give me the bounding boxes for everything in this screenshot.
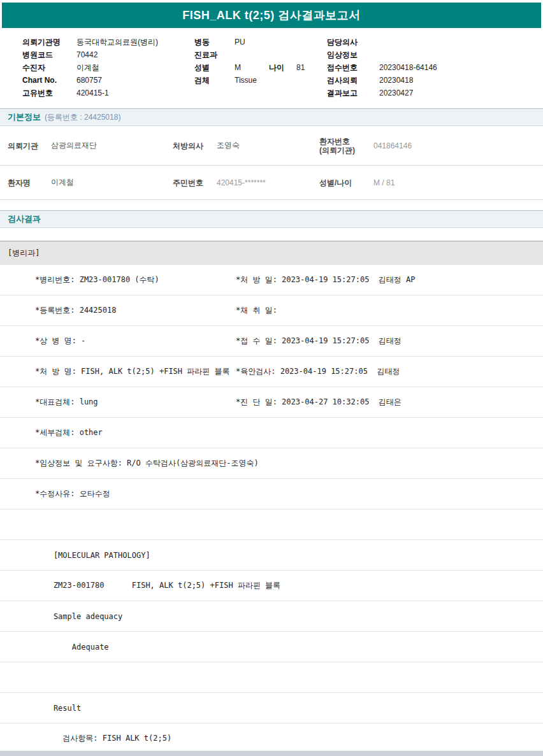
- field-label: 수진자: [22, 62, 76, 73]
- section-subtitle: (등록번호 : 24425018): [45, 112, 120, 123]
- field-value: 420415-1: [76, 89, 109, 97]
- field-label: 임상정보: [327, 50, 379, 61]
- field-label: 진료과: [194, 50, 235, 61]
- department-bar: [병리과]: [0, 241, 543, 265]
- result-row: Adequate: [0, 632, 543, 662]
- field-value: 420415-*******: [217, 178, 266, 187]
- result-right-text: *채 취 일:: [236, 305, 277, 316]
- header-row: 검체Tissue: [194, 74, 305, 87]
- field-label: 성별/나이: [319, 178, 373, 187]
- result-left-text: [MOLECULAR PATHOLOGY]: [35, 551, 236, 560]
- field-label: 의뢰기관명: [22, 37, 76, 48]
- field-label: 결과보고: [327, 88, 379, 99]
- report-title-banner: FISH_ALK t(2;5) 검사결과보고서: [2, 3, 541, 28]
- field-value: M / 81: [373, 178, 395, 187]
- result-right-text: *처 방 일: 2023-04-19 15:27:05 김태정 AP: [236, 275, 416, 285]
- header-row: 담당의사: [327, 36, 437, 48]
- result-right-text: *접 수 일: 2023-04-19 15:27:05 김태정: [236, 336, 402, 346]
- result-left-text: 검사항목: FISH ALK t(2;5): [35, 733, 236, 744]
- result-left-text: *등록번호: 24425018: [35, 305, 236, 316]
- horizontal-scrollbar[interactable]: [0, 751, 543, 756]
- cell-patient-number: 환자번호 (의뢰기관)041864146: [319, 137, 543, 155]
- result-row: *등록번호: 24425018*채 취 일:: [0, 296, 543, 326]
- header-column-left: 의뢰기관명동국대학교의료원(병리) 병원코드70442 수진자이계철 Chart…: [22, 36, 158, 99]
- field-label: 환자명: [8, 178, 51, 187]
- header-row: 병원코드70442: [22, 48, 158, 61]
- department-label: [병리과]: [8, 248, 40, 259]
- result-right-text: *육안검사: 2023-04-19 15:27:05 김태정: [236, 366, 400, 377]
- field-value: 20230418-64146: [379, 63, 437, 72]
- report-title: FISH_ALK t(2;5) 검사결과보고서: [182, 8, 361, 23]
- field-value: 이계철: [76, 62, 99, 73]
- result-rows: *병리번호: ZM23-001780 (수탁)*처 방 일: 2023-04-1…: [0, 265, 543, 754]
- result-row: *병리번호: ZM23-001780 (수탁)*처 방 일: 2023-04-1…: [0, 265, 543, 296]
- header-row: 의뢰기관명동국대학교의료원(병리): [22, 36, 158, 48]
- result-right-text: *진 단 일: 2023-04-27 10:32:05 김태은: [236, 397, 402, 408]
- field-label: 처방의사: [173, 141, 217, 150]
- header-column-right: 담당의사 임상정보 접수번호20230418-64146 검사의뢰2023041…: [327, 36, 437, 99]
- result-row: Sample adequacy: [0, 601, 543, 632]
- cell-prescribing-doctor: 처방의사조영숙: [173, 140, 319, 151]
- section-title: 검사결과: [8, 213, 41, 225]
- result-left-text: ZM23-001780 FISH, ALK t(2;5) +FISH 파라핀 블…: [35, 580, 236, 591]
- field-label: 병원코드: [22, 50, 76, 61]
- result-row: *상 병 명: -*접 수 일: 2023-04-19 15:27:05 김태정: [0, 326, 543, 357]
- result-row: [0, 510, 543, 540]
- section-title: 기본정보: [8, 111, 41, 123]
- result-left-text: *수정사유: 오타수정: [35, 489, 236, 499]
- header-row: 접수번호20230418-64146: [327, 61, 437, 74]
- result-row: *임상정보 및 요구사항: R/O 수탁검사(삼광의료재단-조영숙): [0, 448, 543, 479]
- sex-value: M: [235, 63, 269, 72]
- result-left-text: *병리번호: ZM23-001780 (수탁): [35, 275, 236, 285]
- field-value: 동국대학교의료원(병리): [76, 37, 158, 48]
- result-row: *수정사유: 오타수정: [0, 479, 543, 510]
- result-left-text: *상 병 명: -: [35, 336, 236, 346]
- field-label: 검체: [194, 75, 235, 86]
- patient-header: 의뢰기관명동국대학교의료원(병리) 병원코드70442 수진자이계철 Chart…: [0, 28, 543, 108]
- basic-info-table: 의뢰기관삼광의료재단 처방의사조영숙 환자번호 (의뢰기관)041864146 …: [0, 126, 543, 200]
- field-label: 환자번호 (의뢰기관): [319, 137, 373, 155]
- field-label: 담당의사: [327, 37, 379, 48]
- result-row: *처 방 명: FISH, ALK t(2;5) +FISH 파라핀 블록*육안…: [0, 357, 543, 387]
- table-row: 의뢰기관삼광의료재단 처방의사조영숙 환자번호 (의뢰기관)041864146: [0, 126, 543, 166]
- header-row: 병동PU: [194, 36, 305, 48]
- field-label: 의뢰기관: [8, 141, 51, 150]
- result-row: *대표검체: lung*진 단 일: 2023-04-27 10:32:05 김…: [0, 387, 543, 418]
- result-left-text: *세부검체: other: [35, 427, 236, 438]
- field-value: 조영숙: [217, 140, 240, 151]
- cell-sex-age: 성별/나이M / 81: [319, 178, 543, 187]
- result-row: [0, 662, 543, 693]
- section-basic-info: 기본정보 (등록번호 : 24425018): [0, 108, 543, 126]
- field-label: 접수번호: [327, 62, 379, 73]
- field-value: 70442: [76, 50, 98, 59]
- result-row: ZM23-001780 FISH, ALK t(2;5) +FISH 파라핀 블…: [0, 571, 543, 601]
- field-value: 041864146: [373, 141, 412, 150]
- field-label: 병동: [194, 37, 235, 48]
- field-value: Tissue: [235, 76, 257, 85]
- field-value: 680757: [76, 76, 102, 85]
- header-row-sex-age: 성별M나이81: [194, 61, 305, 74]
- result-row: [MOLECULAR PATHOLOGY]: [0, 540, 543, 571]
- header-row: Chart No.680757: [22, 74, 158, 87]
- header-row: 고유번호420415-1: [22, 87, 158, 99]
- cell-patient-name: 환자명이계철: [0, 177, 173, 188]
- header-row: 검사의뢰20230418: [327, 74, 437, 87]
- result-left-text: *대표검체: lung: [35, 397, 236, 408]
- sex-label: 성별: [194, 62, 235, 73]
- section-test-results: 검사결과: [0, 210, 543, 228]
- result-row: 검사항목: FISH ALK t(2;5): [0, 724, 543, 754]
- field-value: 이계철: [51, 177, 74, 188]
- field-value: PU: [235, 38, 245, 46]
- field-value: 20230418: [379, 76, 413, 85]
- result-left-text: Adequate: [35, 643, 236, 652]
- field-value: 20230427: [379, 89, 413, 97]
- age-value: 81: [296, 63, 305, 72]
- field-label: 주민번호: [173, 178, 217, 187]
- field-label: 검사의뢰: [327, 75, 379, 86]
- cell-resident-number: 주민번호420415-*******: [173, 178, 319, 187]
- result-left-text: Sample adequacy: [35, 612, 236, 621]
- result-row: Result: [0, 693, 543, 724]
- header-row: 수진자이계철: [22, 61, 158, 74]
- result-row: *세부검체: other: [0, 418, 543, 448]
- header-column-middle: 병동PU 진료과 성별M나이81 검체Tissue: [194, 36, 305, 87]
